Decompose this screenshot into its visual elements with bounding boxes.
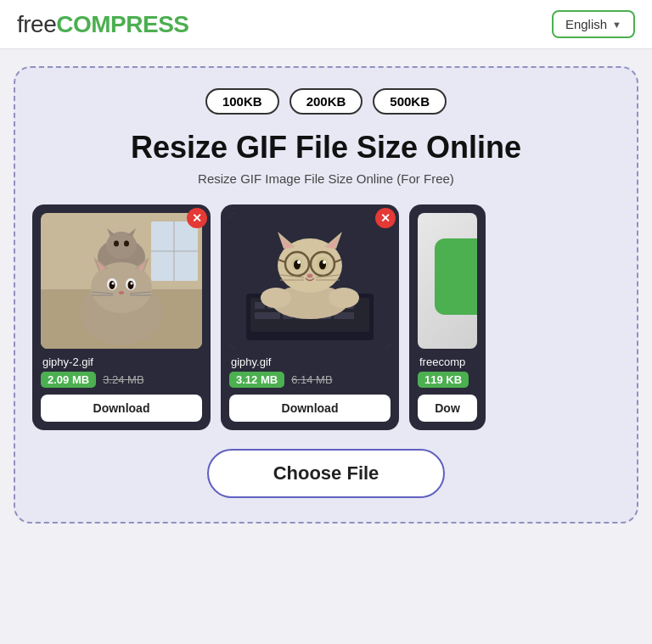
gif-card-3-partial: freecomp 119 KB Dow bbox=[409, 204, 486, 430]
card-1-filename: giphy-2.gif bbox=[42, 356, 200, 368]
svg-point-21 bbox=[112, 283, 115, 285]
card-3-download-button[interactable]: Dow bbox=[418, 395, 477, 422]
card-2-size-new: 3.12 MB bbox=[229, 372, 284, 388]
svg-point-63 bbox=[323, 260, 326, 264]
size-200kb-button[interactable]: 200KB bbox=[289, 88, 363, 115]
card-3-filename: freecomp bbox=[419, 356, 475, 368]
svg-point-46 bbox=[261, 288, 291, 308]
close-card-1-button[interactable]: ✕ bbox=[187, 208, 207, 228]
gif-card-1: ✕ bbox=[32, 204, 211, 430]
choose-file-button[interactable]: Choose File bbox=[207, 449, 445, 498]
card-1-size-new: 2.09 MB bbox=[41, 372, 96, 388]
card-3-size-row: 119 KB bbox=[418, 372, 477, 388]
upload-container: 100KB 200KB 500KB Resize GIF File Size O… bbox=[14, 66, 638, 524]
svg-point-62 bbox=[297, 260, 301, 264]
page-subtitle: Resize GIF Image File Size Online (For F… bbox=[32, 171, 620, 186]
card-3-image-partial bbox=[418, 213, 477, 349]
card-2-image bbox=[229, 213, 391, 349]
svg-point-20 bbox=[128, 281, 134, 289]
logo-free: free bbox=[17, 11, 56, 37]
size-500kb-button[interactable]: 500KB bbox=[373, 88, 447, 115]
svg-point-64 bbox=[307, 274, 313, 278]
page-title: Resize GIF File Size Online bbox=[32, 130, 620, 165]
main-content: 100KB 200KB 500KB Resize GIF File Size O… bbox=[0, 49, 652, 540]
card-3-size-new: 119 KB bbox=[418, 372, 469, 388]
size-100kb-button[interactable]: 100KB bbox=[205, 88, 279, 115]
close-card-2-button[interactable]: ✕ bbox=[375, 208, 396, 228]
svg-point-9 bbox=[114, 241, 119, 247]
card-1-download-button[interactable]: Download bbox=[41, 395, 202, 422]
logo-compress: COMPRESS bbox=[56, 11, 188, 37]
card-2-size-old: 6.14 MB bbox=[291, 373, 332, 386]
logo: freeCOMPRESS bbox=[17, 11, 189, 38]
card-1-size-old: 3.24 MB bbox=[103, 373, 143, 386]
chevron-down-icon: ▼ bbox=[612, 20, 621, 30]
card-2-download-button[interactable]: Download bbox=[229, 395, 391, 422]
card-2-filename: giphy.gif bbox=[231, 356, 389, 368]
svg-rect-39 bbox=[255, 312, 280, 319]
svg-point-19 bbox=[110, 281, 115, 289]
card-1-size-row: 2.09 MB 3.24 MB bbox=[41, 372, 202, 388]
language-selector[interactable]: English ▼ bbox=[552, 10, 635, 38]
gif-card-2: ✕ bbox=[221, 204, 399, 430]
card-2-size-row: 3.12 MB 6.14 MB bbox=[229, 372, 391, 388]
choose-file-wrapper: Choose File bbox=[32, 449, 620, 498]
header: freeCOMPRESS English ▼ bbox=[0, 0, 652, 49]
svg-point-23 bbox=[119, 291, 124, 294]
language-label: English bbox=[565, 17, 607, 31]
card-1-image bbox=[41, 213, 202, 349]
svg-point-22 bbox=[131, 283, 133, 285]
cards-row: ✕ bbox=[32, 204, 620, 430]
svg-point-47 bbox=[329, 288, 359, 308]
size-presets: 100KB 200KB 500KB bbox=[32, 88, 620, 115]
svg-point-10 bbox=[124, 241, 129, 247]
